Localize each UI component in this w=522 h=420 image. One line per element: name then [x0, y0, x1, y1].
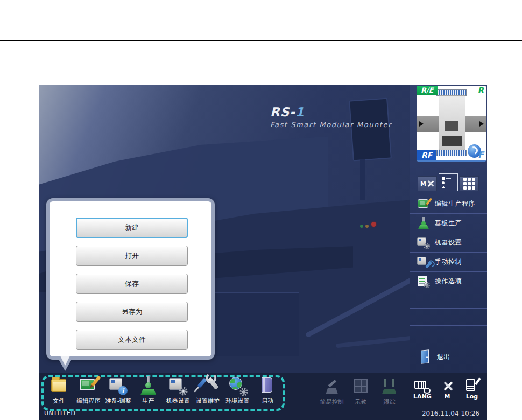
document-page: RS-1 Fast Smart Modular Mounter 新建 打开 保存… — [0, 0, 522, 420]
brand-block: RS-1 Fast Smart Modular Mounter — [270, 105, 392, 129]
new-button[interactable]: 新建 — [76, 218, 188, 238]
edit-program-icon — [79, 376, 98, 396]
manual-control-icon — [417, 256, 430, 269]
tab-grid[interactable] — [460, 176, 479, 191]
current-file-name: UNTITLED — [44, 410, 76, 417]
folder-icon — [49, 376, 68, 396]
main-scene: RS-1 Fast Smart Modular Mounter 新建 打开 保存… — [39, 85, 410, 373]
toolbar-prepare-adjust-button[interactable]: i 准备-调整 — [104, 376, 133, 405]
toolbar-separator — [407, 377, 407, 405]
machine-monitor-arm — [360, 159, 365, 200]
toolbar-file-button[interactable]: 文件 — [44, 376, 73, 405]
tab-menu-list[interactable] — [439, 173, 458, 191]
tab-maintenance[interactable]: M — [418, 176, 437, 191]
bottom-toolbar: 文件 编辑程序 i 准备-调整 生产 机器 — [39, 373, 487, 420]
machine-body-screen — [445, 121, 458, 131]
lane-letter-f: F — [478, 150, 484, 160]
operation-options-icon — [417, 275, 430, 288]
sidebar-menu: 编辑生产程序 基板生产 机器设置 手动控制 — [410, 194, 487, 326]
text-file-button[interactable]: 文本文件 — [76, 330, 188, 350]
sidebar: R/E R RF F M — [410, 85, 487, 373]
toolbar-main-group: 文件 编辑程序 i 准备-调整 生产 机器 — [44, 376, 282, 405]
language-button[interactable]: LANG — [412, 379, 433, 400]
toolbar-maintenance-button[interactable]: 设置维护 — [193, 376, 222, 405]
grid-icon — [463, 178, 475, 190]
startup-book-icon — [258, 376, 277, 396]
production-icon — [138, 376, 158, 396]
exit-door-icon — [419, 349, 432, 365]
lane-letter-r: R — [477, 86, 484, 95]
sidebar-empty-slot — [410, 291, 487, 309]
toolbar-environment-button[interactable]: 环境设置 — [223, 376, 252, 405]
teaching-window-icon — [351, 377, 370, 397]
save-button[interactable]: 保存 — [76, 274, 188, 294]
toolbar-utility-group: LANG M Log — [412, 379, 482, 400]
sidebar-empty-slot — [410, 309, 487, 326]
menu-list-icon — [442, 177, 455, 188]
maintenance-quick-button[interactable]: M — [437, 379, 457, 400]
popup-tail-inner — [60, 356, 70, 366]
toolbar-production-button[interactable]: 生产 — [133, 376, 163, 405]
product-subtitle: Fast Smart Modular Mounter — [270, 121, 392, 129]
sidebar-item-machine-settings[interactable]: 机器设置 — [410, 233, 487, 253]
machine-lamp-green — [360, 225, 363, 228]
sidebar-item-manual-control[interactable]: 手动控制 — [410, 253, 487, 272]
conveyor-arrow-left-icon — [419, 121, 424, 127]
app-window: RS-1 Fast Smart Modular Mounter 新建 打开 保存… — [39, 85, 487, 420]
machine-layout-panel: R/E R RF F — [417, 86, 486, 162]
product-title: RS-1 — [270, 105, 392, 119]
toolbar-startup-button[interactable]: 启动 — [253, 376, 282, 405]
file-menu-popup: 新建 打开 保存 另存为 文本文件 — [46, 198, 215, 360]
log-notebook-icon — [464, 379, 480, 394]
toolbar-edit-program-button[interactable]: 编辑程序 — [74, 376, 103, 405]
environment-globe-icon — [228, 376, 248, 396]
toolbar-machine-settings-button[interactable]: 机器设置 — [164, 376, 193, 405]
toolbar-simple-control-button-disabled: 简易控制 — [318, 377, 346, 406]
sidebar-item-operation-options[interactable]: 操作选项 — [410, 272, 487, 291]
toolbar-separator — [315, 377, 315, 405]
datetime-display: 2016.11.04 10:26 — [422, 410, 479, 417]
machine-settings-icon — [168, 376, 188, 396]
sidebar-item-edit-program[interactable]: 编辑生产程序 — [410, 194, 487, 214]
sidebar-item-board-production[interactable]: 基板生产 — [410, 214, 487, 233]
trace-clamps-icon — [379, 377, 399, 397]
lane-badge-re: R/E — [417, 86, 438, 95]
page-divider-rule — [0, 40, 522, 41]
toolbar-disabled-group: 简易控制 示教 跟踪 — [318, 377, 404, 406]
keyboard-language-icon — [414, 379, 431, 394]
log-button[interactable]: Log — [462, 379, 482, 400]
sidebar-tabs: M — [418, 173, 479, 191]
machine-body-diagram — [439, 95, 465, 150]
lane-badge-rf: RF — [417, 150, 436, 160]
open-button[interactable]: 打开 — [76, 246, 188, 266]
maintenance-tools-icon: M — [420, 180, 434, 187]
machine-emergency-button — [371, 222, 376, 227]
maintenance-tools-icon — [198, 376, 217, 396]
product-title-accent: 1 — [295, 105, 305, 119]
joystick-icon — [322, 377, 342, 397]
sidebar-item-exit[interactable]: 退出 — [410, 347, 487, 367]
toolbar-teaching-button-disabled: 示教 — [346, 377, 375, 406]
prepare-adjust-icon: i — [109, 376, 128, 396]
maintenance-tools-icon — [439, 379, 455, 394]
save-as-button[interactable]: 另存为 — [76, 302, 188, 322]
conveyor-arrow-right-icon — [479, 121, 484, 127]
brand-underline — [39, 129, 274, 129]
feeder-bank-bottom — [436, 150, 467, 156]
machine-settings-icon — [417, 236, 430, 249]
edit-program-icon — [417, 198, 430, 211]
board-production-icon — [417, 217, 430, 230]
machine-body-opening — [442, 136, 461, 146]
toolbar-trace-button-disabled: 跟踪 — [375, 377, 404, 406]
